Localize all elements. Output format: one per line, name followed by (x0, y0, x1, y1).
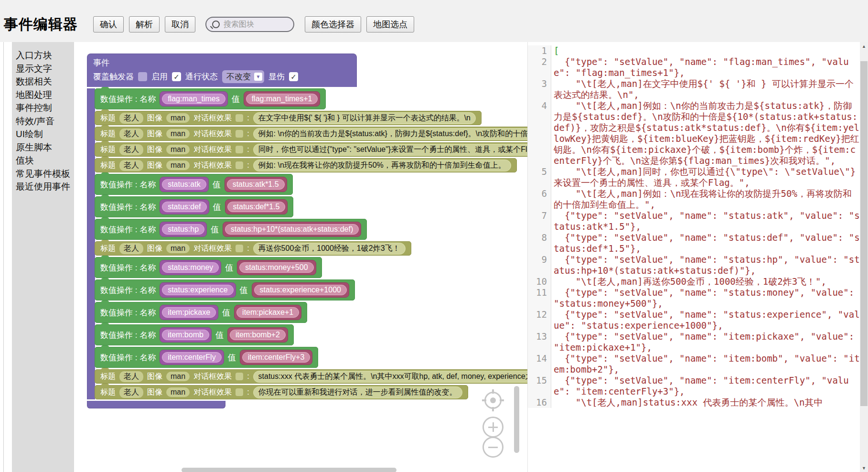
event-block[interactable]: 事件 覆盖触发器 启用 通行状态 不改变 ▼ 显伤 数值操作 : 名称flag:… (87, 54, 527, 408)
dialog-text-field[interactable]: 例如: \n现在我将让你的攻防提升50%，再将攻防和的十倍加到生命值上。 (253, 160, 511, 172)
value-field[interactable]: status:hp+10*(status:atk+status:def) (225, 224, 359, 235)
name-field[interactable]: status:money (162, 262, 219, 273)
image-field[interactable]: man (166, 244, 190, 253)
code-line[interactable]: 1[ (528, 45, 860, 56)
dialog-text-block[interactable]: 标题老人图像man对话框效果:在文字中使用${' ${ '}和 } 可以计算并显… (95, 111, 482, 125)
set-value-block[interactable]: 数值操作 : 名称item:bomb值item:bomb+2 (95, 324, 294, 345)
enabled-checkbox[interactable] (172, 72, 181, 81)
set-value-block[interactable]: 数值操作 : 名称status:hp值status:hp+10*(status:… (95, 219, 367, 240)
code-line[interactable]: 7 {"type": "setValue", "name": "status:a… (528, 210, 860, 232)
code-scrollbar[interactable]: ▲ ▼ (860, 42, 868, 472)
code-scrollbar-thumb[interactable] (860, 61, 868, 406)
map-pick-button[interactable]: 地图选点 (366, 16, 414, 32)
name-field[interactable]: status:hp (162, 224, 204, 235)
code-line[interactable]: 14 {"type": "setValue", "name": "item:bo… (528, 353, 860, 375)
effect-checkbox[interactable] (236, 388, 243, 396)
scroll-down-icon[interactable]: ▼ (860, 464, 868, 472)
event-block-header[interactable]: 事件 覆盖触发器 启用 通行状态 不改变 ▼ 显伤 (87, 54, 357, 87)
code-line[interactable]: 10 "\t[老人,man]再送你500金币，1000经验，1破2炸3飞！", (528, 276, 860, 287)
code-line[interactable]: 9 {"type": "setValue", "name": "status:h… (528, 254, 860, 276)
value-field[interactable]: flag:man_times+1 (246, 94, 318, 104)
value-field[interactable]: item:pickaxe+1 (236, 307, 299, 318)
code-editor[interactable]: 1[2 {"type": "setValue", "name": "flag:m… (527, 42, 860, 472)
code-line[interactable]: 13 {"type": "setValue", "name": "item:pi… (528, 331, 860, 353)
speaker-field[interactable]: 老人 (119, 144, 143, 155)
image-field[interactable]: man (166, 387, 190, 397)
workspace-vertical-scrollbar[interactable] (514, 386, 519, 453)
effect-checkbox[interactable] (236, 146, 243, 153)
value-field[interactable]: status:def*1.5 (227, 202, 286, 212)
speaker-field[interactable]: 老人 (119, 243, 143, 254)
effect-checkbox[interactable] (236, 130, 243, 138)
set-value-block[interactable]: 数值操作 : 名称status:def值status:def*1.5 (95, 196, 293, 217)
code-line[interactable]: 8 {"type": "setValue", "name": "status:d… (528, 232, 860, 254)
sidebar-item[interactable]: 最近使用事件 (12, 180, 74, 193)
name-field[interactable]: flag:man_times (162, 94, 225, 104)
set-value-block[interactable]: 数值操作 : 名称flag:man_times值flag:man_times+1 (95, 88, 326, 109)
speaker-field[interactable]: 老人 (119, 371, 143, 382)
code-line[interactable]: 6 "\t[老人,man]例如：\n现在我将让你的攻防提升50%，再将攻防和的十… (528, 188, 860, 210)
damage-checkbox[interactable] (289, 72, 298, 81)
locate-button[interactable] (484, 392, 502, 409)
image-field[interactable]: man (166, 161, 190, 170)
set-value-block[interactable]: 数值操作 : 名称status:money值status:money+500 (95, 257, 322, 278)
sidebar-item[interactable]: UI绘制 (12, 128, 74, 141)
sidebar-item[interactable]: 入口方块 (12, 49, 74, 62)
effect-checkbox[interactable] (236, 114, 243, 122)
sidebar-item[interactable]: 事件控制 (12, 101, 74, 115)
dialog-text-field[interactable]: 例如: \n你的当前攻击力是${status:atk}，防御力是${status… (253, 128, 527, 140)
effect-checkbox[interactable] (236, 161, 243, 169)
name-field[interactable]: status:experience (162, 285, 233, 295)
value-field[interactable]: item:centerFly+3 (242, 352, 311, 363)
image-field[interactable]: man (166, 129, 190, 139)
scroll-up-icon[interactable]: ▲ (860, 42, 868, 50)
parse-button[interactable]: 解析 (129, 16, 160, 32)
speaker-field[interactable]: 老人 (119, 113, 143, 124)
search-input[interactable] (223, 20, 277, 29)
dialog-text-field[interactable]: 同时，你也可以通过{"type": "setValue"}来设置一个勇士的属性、… (253, 144, 527, 156)
dialog-text-field[interactable]: status:xxx 代表勇士的某个属性。\n其中xxx可取hp, atk, d… (253, 371, 527, 383)
dialog-text-field[interactable]: 你现在可以重新和我进行对话，进一步看到属性值的改变。 (253, 386, 462, 398)
effect-checkbox[interactable] (236, 245, 243, 252)
speaker-field[interactable]: 老人 (119, 129, 143, 139)
code-line[interactable]: 5 "\t[老人,man]同时，你也可以通过{\"type\": \"setVa… (528, 166, 860, 188)
sidebar-item[interactable]: 值块 (12, 154, 74, 167)
code-line[interactable]: 2 {"type": "setValue", "name": "flag:man… (528, 56, 860, 78)
confirm-button[interactable]: 确认 (93, 16, 124, 32)
name-field[interactable]: item:bomb (162, 330, 209, 340)
blockly-workspace[interactable]: 事件 覆盖触发器 启用 通行状态 不改变 ▼ 显伤 数值操作 : 名称flag:… (74, 42, 527, 472)
dialog-text-block[interactable]: 标题老人图像man对话框效果:例如: \n你的当前攻击力是${status:at… (95, 127, 527, 141)
image-field[interactable]: man (166, 372, 190, 381)
zoom-out-button[interactable] (482, 437, 504, 458)
name-field[interactable]: item:pickaxe (162, 307, 216, 318)
name-field[interactable]: status:def (162, 202, 206, 212)
sidebar-item[interactable]: 特效/声音 (12, 115, 74, 128)
set-value-block[interactable]: 数值操作 : 名称status:experience值status:experi… (95, 279, 355, 300)
speaker-field[interactable]: 老人 (119, 387, 143, 398)
sidebar-item[interactable]: 常见事件模板 (12, 167, 74, 181)
sidebar-item[interactable]: 原生脚本 (12, 141, 74, 154)
dialog-text-field[interactable]: 再送你500金币，1000经验，1破2炸3飞！ (253, 243, 406, 255)
dialog-text-block[interactable]: 标题老人图像man对话框效果:status:xxx 代表勇士的某个属性。\n其中… (95, 369, 527, 384)
image-field[interactable]: man (166, 145, 190, 154)
dialog-text-block[interactable]: 标题老人图像man对话框效果:同时，你也可以通过{"type": "setVal… (95, 142, 527, 157)
code-line[interactable]: 15 {"type": "setValue", "name": "item:ce… (528, 375, 860, 397)
set-value-block[interactable]: 数值操作 : 名称status:atk值status:atk*1.5 (95, 174, 293, 195)
zoom-in-button[interactable] (482, 417, 504, 438)
value-field[interactable]: status:atk*1.5 (227, 179, 285, 190)
workspace-horizontal-scrollbar[interactable] (182, 468, 396, 472)
value-field[interactable]: status:experience+1000 (254, 285, 347, 295)
sidebar-item[interactable]: 地图处理 (12, 88, 74, 102)
value-field[interactable]: item:bomb+2 (230, 330, 286, 340)
image-field[interactable]: man (166, 113, 190, 123)
trigger-checkbox[interactable] (138, 72, 147, 81)
name-field[interactable]: status:atk (162, 179, 206, 190)
code-line[interactable]: 4 "\t[老人,man]例如：\n你的当前攻击力是${status:atk}，… (528, 100, 860, 166)
dialog-text-field[interactable]: 在文字中使用${' ${ '}和 } 可以计算并显示一个表达式的结果。\n (253, 112, 476, 124)
name-field[interactable]: item:centerFly (162, 352, 221, 363)
dialog-text-block[interactable]: 标题老人图像man对话框效果:再送你500金币，1000经验，1破2炸3飞！ (95, 241, 411, 256)
dialog-text-block[interactable]: 标题老人图像man对话框效果:你现在可以重新和我进行对话，进一步看到属性值的改变… (95, 385, 468, 399)
code-line[interactable]: 11 {"type": "setValue", "name": "status:… (528, 287, 860, 309)
sidebar-item[interactable]: 显示文字 (12, 62, 74, 75)
pass-state-dropdown[interactable]: 不改变 ▼ (222, 70, 264, 83)
